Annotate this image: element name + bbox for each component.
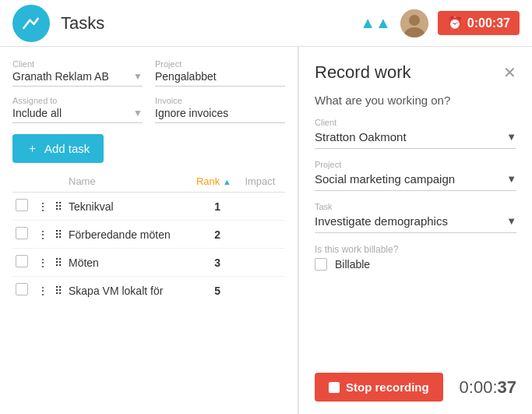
working-on-label: What are you working on? (315, 94, 516, 107)
row-impact (241, 221, 285, 249)
row-dots[interactable]: ⋮ (34, 277, 51, 305)
row-impact (241, 193, 285, 221)
client-filter-label: Client (12, 59, 143, 69)
assigned-filter-arrow: ▼ (133, 108, 143, 119)
rank-sort-arrow: ▲ (223, 177, 231, 186)
client-filter-arrow: ▼ (133, 71, 143, 82)
add-task-label: Add task (44, 142, 90, 155)
close-button[interactable]: ✕ (503, 65, 516, 80)
row-drag[interactable]: ⠿ (51, 193, 65, 221)
row-rank: 1 (193, 193, 241, 221)
stop-icon (329, 382, 340, 393)
project-filter-select[interactable]: Pengalabbet (155, 70, 285, 87)
record-project-value: Social marketing campaign (315, 172, 455, 186)
header-timer-display: 0:00:37 (467, 16, 510, 30)
timer-prefix: 0:00: (460, 377, 498, 397)
record-client-label: Client (315, 118, 516, 127)
col-impact-header: Impact (241, 171, 285, 193)
record-project-arrow: ▼ (506, 173, 516, 185)
assigned-filter-value: Include all (12, 107, 62, 119)
assigned-filter: Assigned to Include all ▼ (12, 96, 143, 123)
invoice-filter-label: Invoice (155, 96, 285, 105)
row-impact (241, 277, 285, 305)
panel-timer: 0:00:37 (460, 377, 516, 398)
mountain-icon[interactable]: ▲▲ (360, 14, 391, 32)
col-name-header[interactable]: Name (65, 171, 193, 193)
add-task-button[interactable]: ＋ Add task (12, 134, 104, 163)
row-rank: 3 (193, 249, 241, 277)
col-dots (34, 171, 51, 193)
row-checkbox[interactable] (16, 199, 28, 211)
billable-section-label: Is this work billable? (315, 244, 516, 255)
row-drag[interactable]: ⠿ (51, 221, 65, 249)
table-row: ⋮ ⠿ Möten 3 (12, 249, 285, 277)
client-filter-select[interactable]: Granath Reklam AB ▼ (12, 70, 143, 87)
project-filter-label: Project (155, 59, 285, 69)
header-timer[interactable]: ⏰ 0:00:37 (438, 11, 520, 35)
svg-point-1 (409, 15, 420, 26)
row-checkbox-cell (12, 221, 34, 249)
row-name: Möten (65, 249, 193, 277)
record-task-field: Task Investigate demographics ▼ (315, 202, 516, 233)
row-checkbox[interactable] (16, 283, 28, 295)
assigned-filter-label: Assigned to (12, 96, 143, 105)
record-task-label: Task (315, 202, 516, 211)
avatar[interactable] (400, 9, 428, 37)
invoice-filter-select[interactable]: Ignore invoices (155, 107, 285, 123)
filter-row-2: Assigned to Include all ▼ Invoice Ignore… (12, 96, 285, 123)
record-project-select[interactable]: Social marketing campaign ▼ (315, 172, 516, 191)
record-task-select[interactable]: Investigate demographics ▼ (315, 214, 516, 233)
row-dots[interactable]: ⋮ (34, 249, 51, 277)
page-title: Tasks (61, 13, 360, 34)
client-filter-value: Granath Reklam AB (12, 70, 109, 83)
left-panel: Client Granath Reklam AB ▼ Project Penga… (0, 47, 298, 414)
main-content: Client Granath Reklam AB ▼ Project Penga… (0, 47, 532, 414)
record-client-field: Client Stratton Oakmont ▼ (315, 118, 516, 149)
col-checkbox (12, 171, 34, 193)
record-project-label: Project (315, 160, 516, 169)
alarm-icon: ⏰ (447, 16, 463, 30)
billable-section: Is this work billable? Billable (315, 244, 516, 271)
record-task-arrow: ▼ (506, 215, 516, 227)
record-client-select[interactable]: Stratton Oakmont ▼ (315, 130, 516, 149)
billable-text: Billable (335, 258, 370, 271)
billable-row: Billable (315, 258, 516, 271)
record-client-arrow: ▼ (506, 131, 516, 143)
assigned-filter-select[interactable]: Include all ▼ (12, 107, 143, 123)
task-table: Name Rank ▲ Impact ⋮ ⠿ Teknikval 1 (12, 171, 285, 304)
header-actions: ▲▲ ⏰ 0:00:37 (360, 9, 520, 37)
table-row: ⋮ ⠿ Förberedande möten 2 (12, 221, 285, 249)
app-logo (12, 5, 50, 42)
col-rank-header[interactable]: Rank ▲ (193, 171, 241, 193)
record-task-value: Investigate demographics (315, 214, 448, 228)
row-dots[interactable]: ⋮ (34, 193, 51, 221)
row-name: Förberedande möten (65, 221, 193, 249)
row-checkbox[interactable] (16, 255, 28, 267)
record-project-field: Project Social marketing campaign ▼ (315, 160, 516, 191)
stop-recording-button[interactable]: Stop recording (315, 373, 443, 402)
row-rank: 5 (193, 277, 241, 305)
row-name: Skapa VM lokalt för (65, 277, 193, 305)
invoice-filter: Invoice Ignore invoices (155, 96, 285, 123)
row-checkbox-cell (12, 249, 34, 277)
plus-icon: ＋ (26, 141, 38, 156)
row-drag[interactable]: ⠿ (51, 249, 65, 277)
row-dots[interactable]: ⋮ (34, 221, 51, 249)
record-panel: Record work ✕ What are you working on? C… (298, 47, 532, 414)
billable-checkbox[interactable] (315, 258, 327, 271)
col-drag (51, 171, 65, 193)
table-row: ⋮ ⠿ Skapa VM lokalt för 5 (12, 277, 285, 305)
panel-title: Record work (315, 62, 410, 83)
stop-row: Stop recording 0:00:37 (315, 373, 516, 402)
row-impact (241, 249, 285, 277)
project-filter-value: Pengalabbet (155, 70, 217, 83)
row-name: Teknikval (65, 193, 193, 221)
client-filter: Client Granath Reklam AB ▼ (12, 59, 143, 87)
row-checkbox-cell (12, 193, 34, 221)
row-checkbox-cell (12, 277, 34, 305)
row-rank: 2 (193, 221, 241, 249)
stop-button-label: Stop recording (346, 380, 429, 394)
row-drag[interactable]: ⠿ (51, 277, 65, 305)
invoice-filter-value: Ignore invoices (155, 107, 228, 119)
row-checkbox[interactable] (16, 227, 28, 239)
